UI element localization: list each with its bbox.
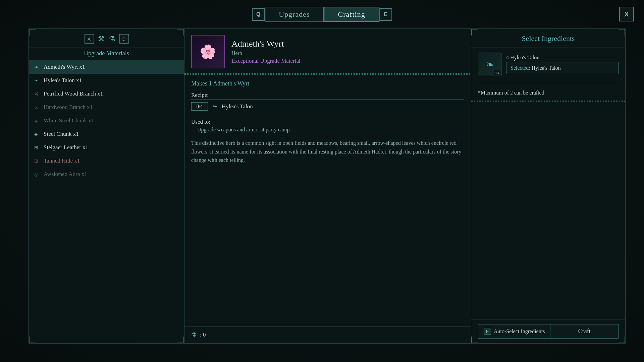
item-detail-header: 🌸 Admeth's Wyrt Herb Exceptional Upgrade… [184, 29, 471, 73]
leather-icon: ⊞ [34, 145, 41, 150]
ingredient-name: Hylea's Talon [222, 103, 253, 110]
used-to-text: Upgrade weapons and armor at party camp. [191, 127, 464, 133]
chunk-icon: ◈ [34, 131, 41, 137]
item-thumbnail: 🌸 [191, 35, 225, 68]
main-panels: A ⚒ ⚗ D Upgrade Materials ❧ Admeth's Wyr… [29, 28, 626, 344]
herb-icon: ❧ [34, 64, 41, 70]
ingredient-badge: 8/4 [494, 70, 500, 75]
left-panel: A ⚒ ⚗ D Upgrade Materials ❧ Admeth's Wyr… [29, 28, 184, 344]
ingredient-selected: Selected: Hylea's Talon [506, 62, 619, 74]
wood-icon: ⚔ [34, 105, 41, 110]
item-info: Admeth's Wyrt Herb Exceptional Upgrade M… [231, 35, 301, 68]
list-item[interactable]: ◈ Steel Chunk x1 [29, 127, 184, 141]
key-e-badge: E [379, 8, 392, 21]
item-rarity: Exceptional Upgrade Material [231, 58, 301, 64]
talon-icon: ❧ [486, 59, 494, 70]
mortar-icon: ⚗ [109, 35, 115, 43]
ingredient-requirement: 4 Hylea's Talon [506, 55, 619, 61]
tab-crafting[interactable]: Crafting [324, 7, 379, 22]
right-panel-title: Select Ingredients [471, 29, 625, 48]
left-panel-header: A ⚒ ⚗ D [29, 29, 184, 48]
used-to-section: Used to: Upgrade weapons and armor at pa… [191, 119, 464, 133]
gold-amount: : 0 [200, 331, 206, 338]
list-item: ⚔ Hardwood Branch x1 [29, 101, 184, 114]
key-d-badge: D [119, 34, 129, 44]
craft-button[interactable]: Craft [550, 324, 619, 339]
list-item[interactable]: ⊞ Stelgaer Leather x1 [29, 141, 184, 154]
herb-icon: ❧ [34, 78, 41, 83]
key-a-badge: A [85, 34, 94, 44]
item-name: Admeth's Wyrt [231, 39, 301, 49]
tab-upgrades[interactable]: Upgrades [265, 7, 324, 22]
auto-select-button[interactable]: F Auto-Select Ingredients [478, 324, 550, 339]
item-list: ❧ Admeth's Wyrt x1 ❧ Hylea's Talon x1 ⚔ … [29, 59, 184, 343]
item-description: This distinctive herb is a common sight … [191, 139, 464, 165]
right-separator [478, 83, 619, 83]
item-type: Herb [231, 50, 301, 56]
recipe-ingredient: 8/4 ❧ Hylea's Talon [191, 100, 464, 113]
middle-panel: 🌸 Admeth's Wyrt Herb Exceptional Upgrade… [184, 28, 471, 344]
right-footer: F Auto-Select Ingredients Craft [471, 319, 625, 343]
wood-icon: ⚔ [34, 91, 41, 97]
ingredient-icon: ❧ [213, 103, 217, 110]
selected-value: Hylea's Talon [532, 65, 561, 71]
recipe-label: Recipe: [191, 92, 464, 99]
list-item[interactable]: ⊞ Tanned Hide x1 [29, 154, 184, 168]
ingredient-slot: ❧ 8/4 4 Hylea's Talon Selected: Hylea's … [471, 48, 625, 81]
ingredient-thumbnail: ❧ 8/4 [478, 53, 501, 76]
max-number: 2 [510, 90, 513, 96]
anvil-icon: ⚒ [98, 35, 105, 43]
recipe-divider [191, 99, 464, 100]
selected-label: Selected: [511, 65, 532, 71]
recipe-section: Recipe: 8/4 ❧ Hylea's Talon [191, 92, 464, 113]
list-item[interactable]: ❧ Hylea's Talon x1 [29, 74, 184, 87]
close-button[interactable]: X [619, 7, 634, 21]
chunk-icon: ◈ [34, 118, 41, 124]
hide-icon: ⊞ [34, 158, 41, 164]
adra-icon: ◎ [34, 172, 41, 177]
left-panel-title: Upgrade Materials [29, 48, 184, 59]
ingredient-detail: 4 Hylea's Talon Selected: Hylea's Talon [506, 55, 619, 74]
ingredient-count: 8/4 [191, 102, 208, 111]
list-item[interactable]: ❧ Admeth's Wyrt x1 [29, 60, 184, 74]
top-navigation: Q Upgrades Crafting E [252, 7, 392, 22]
list-item: ◈ White Steel Chunk x1 [29, 114, 184, 127]
list-item[interactable]: ⚔ Petrified Wood Branch x1 [29, 87, 184, 101]
auto-select-label: Auto-Select Ingredients [494, 328, 545, 335]
gold-icon: ⚗ [191, 331, 197, 339]
list-item: ◎ Awakened Adra x1 [29, 168, 184, 181]
max-crafted-note: *Maximum of 2 can be crafted [471, 85, 625, 101]
key-q-badge: Q [252, 8, 265, 21]
makes-label: Makes 1 Admeth's Wyrt [191, 80, 464, 87]
used-to-label: Used to: [191, 119, 464, 125]
right-separator2 [471, 101, 625, 102]
middle-footer: ⚗ : 0 [184, 326, 471, 343]
right-panel: Select Ingredients ❧ 8/4 4 Hylea's Talon… [471, 28, 626, 344]
key-f-badge: F [484, 328, 491, 335]
detail-body: Makes 1 Admeth's Wyrt Recipe: 8/4 ❧ Hyle… [184, 75, 471, 326]
